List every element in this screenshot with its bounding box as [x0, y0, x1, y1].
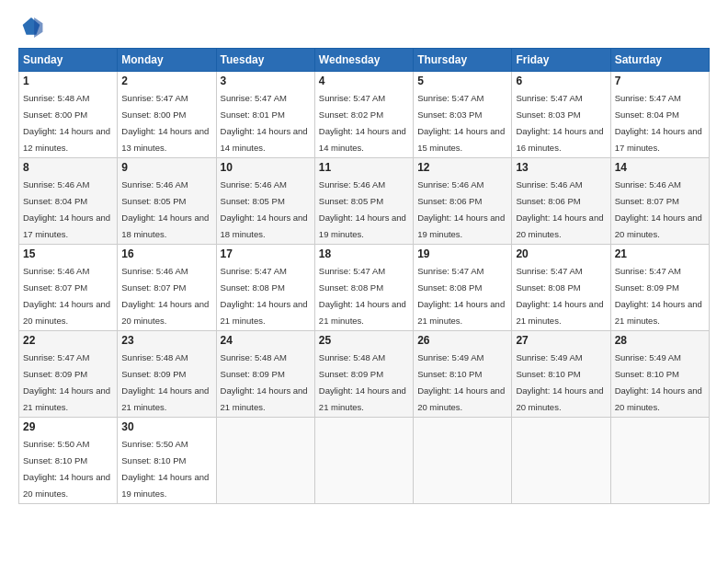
- day-number: 6: [516, 75, 606, 87]
- day-number: 2: [121, 75, 211, 87]
- day-info: Sunrise: 5:47 AMSunset: 8:08 PMDaylight:…: [319, 266, 406, 326]
- day-info: Sunrise: 5:47 AMSunset: 8:03 PMDaylight:…: [516, 93, 603, 153]
- day-info: Sunrise: 5:48 AMSunset: 8:09 PMDaylight:…: [221, 352, 308, 412]
- day-number: 10: [221, 161, 311, 174]
- calendar-cell: 7 Sunrise: 5:47 AMSunset: 8:04 PMDayligh…: [610, 72, 709, 158]
- day-number: 27: [516, 334, 606, 347]
- calendar-header-saturday: Saturday: [610, 49, 709, 72]
- day-info: Sunrise: 5:46 AMSunset: 8:06 PMDaylight:…: [516, 179, 603, 239]
- day-number: 5: [417, 75, 507, 87]
- day-info: Sunrise: 5:46 AMSunset: 8:05 PMDaylight:…: [319, 179, 406, 239]
- logo: [18, 15, 48, 40]
- calendar-header-monday: Monday: [118, 49, 216, 72]
- calendar-cell: 11 Sunrise: 5:46 AMSunset: 8:05 PMDaylig…: [314, 158, 413, 245]
- calendar-cell: [512, 418, 610, 504]
- day-info: Sunrise: 5:47 AMSunset: 8:08 PMDaylight:…: [417, 266, 505, 326]
- page: SundayMondayTuesdayWednesdayThursdayFrid…: [0, 0, 728, 563]
- calendar-week-row: 29 Sunrise: 5:50 AMSunset: 8:10 PMDaylig…: [19, 418, 710, 504]
- calendar-cell: 5 Sunrise: 5:47 AMSunset: 8:03 PMDayligh…: [414, 72, 512, 158]
- calendar-cell: 18 Sunrise: 5:47 AMSunset: 8:08 PMDaylig…: [314, 245, 413, 331]
- day-number: 24: [221, 334, 311, 347]
- calendar-header-tuesday: Tuesday: [216, 49, 314, 72]
- calendar-header-thursday: Thursday: [414, 49, 512, 72]
- day-number: 21: [615, 247, 705, 260]
- calendar-cell: 17 Sunrise: 5:47 AMSunset: 8:08 PMDaylig…: [216, 245, 314, 331]
- calendar-header-sunday: Sunday: [19, 49, 118, 72]
- header: [18, 15, 710, 40]
- day-number: 13: [516, 161, 606, 174]
- day-info: Sunrise: 5:48 AMSunset: 8:09 PMDaylight:…: [319, 352, 406, 412]
- calendar-cell: 6 Sunrise: 5:47 AMSunset: 8:03 PMDayligh…: [512, 72, 610, 158]
- day-info: Sunrise: 5:47 AMSunset: 8:08 PMDaylight:…: [516, 266, 603, 326]
- calendar-cell: 2 Sunrise: 5:47 AMSunset: 8:00 PMDayligh…: [118, 72, 216, 158]
- calendar-cell: 15 Sunrise: 5:46 AMSunset: 8:07 PMDaylig…: [19, 245, 118, 331]
- calendar-cell: 24 Sunrise: 5:48 AMSunset: 8:09 PMDaylig…: [216, 331, 314, 418]
- day-info: Sunrise: 5:49 AMSunset: 8:10 PMDaylight:…: [516, 352, 603, 412]
- calendar-cell: 19 Sunrise: 5:47 AMSunset: 8:08 PMDaylig…: [414, 245, 512, 331]
- day-number: 19: [417, 247, 507, 260]
- day-info: Sunrise: 5:48 AMSunset: 8:09 PMDaylight:…: [121, 352, 209, 412]
- calendar-cell: 8 Sunrise: 5:46 AMSunset: 8:04 PMDayligh…: [19, 158, 118, 245]
- day-number: 14: [615, 161, 705, 174]
- logo-icon: [18, 15, 44, 40]
- day-number: 1: [23, 75, 113, 87]
- day-info: Sunrise: 5:47 AMSunset: 8:08 PMDaylight:…: [221, 266, 308, 326]
- calendar-header-friday: Friday: [512, 49, 610, 72]
- calendar-week-row: 15 Sunrise: 5:46 AMSunset: 8:07 PMDaylig…: [19, 245, 710, 331]
- day-info: Sunrise: 5:47 AMSunset: 8:00 PMDaylight:…: [121, 93, 209, 153]
- calendar-cell: 25 Sunrise: 5:48 AMSunset: 8:09 PMDaylig…: [314, 331, 413, 418]
- day-info: Sunrise: 5:47 AMSunset: 8:01 PMDaylight:…: [221, 93, 308, 153]
- calendar-cell: 22 Sunrise: 5:47 AMSunset: 8:09 PMDaylig…: [19, 331, 118, 418]
- calendar-cell: 9 Sunrise: 5:46 AMSunset: 8:05 PMDayligh…: [118, 158, 216, 245]
- calendar-week-row: 8 Sunrise: 5:46 AMSunset: 8:04 PMDayligh…: [19, 158, 710, 245]
- day-info: Sunrise: 5:50 AMSunset: 8:10 PMDaylight:…: [23, 439, 110, 499]
- calendar-cell: 29 Sunrise: 5:50 AMSunset: 8:10 PMDaylig…: [19, 418, 118, 504]
- calendar-cell: 3 Sunrise: 5:47 AMSunset: 8:01 PMDayligh…: [216, 72, 314, 158]
- calendar-cell: 27 Sunrise: 5:49 AMSunset: 8:10 PMDaylig…: [512, 331, 610, 418]
- calendar-cell: 16 Sunrise: 5:46 AMSunset: 8:07 PMDaylig…: [118, 245, 216, 331]
- calendar-cell: 14 Sunrise: 5:46 AMSunset: 8:07 PMDaylig…: [610, 158, 709, 245]
- day-info: Sunrise: 5:46 AMSunset: 8:06 PMDaylight:…: [417, 179, 505, 239]
- day-info: Sunrise: 5:49 AMSunset: 8:10 PMDaylight:…: [615, 352, 702, 412]
- calendar-cell: 21 Sunrise: 5:47 AMSunset: 8:09 PMDaylig…: [610, 245, 709, 331]
- calendar-cell: [610, 418, 709, 504]
- calendar-cell: 23 Sunrise: 5:48 AMSunset: 8:09 PMDaylig…: [118, 331, 216, 418]
- calendar-cell: [314, 418, 413, 504]
- day-info: Sunrise: 5:46 AMSunset: 8:07 PMDaylight:…: [121, 266, 209, 326]
- day-number: 15: [23, 247, 113, 260]
- day-number: 3: [221, 75, 311, 87]
- day-number: 12: [417, 161, 507, 174]
- calendar-header-row: SundayMondayTuesdayWednesdayThursdayFrid…: [19, 49, 710, 72]
- calendar-cell: 26 Sunrise: 5:49 AMSunset: 8:10 PMDaylig…: [414, 331, 512, 418]
- day-number: 20: [516, 247, 606, 260]
- day-info: Sunrise: 5:49 AMSunset: 8:10 PMDaylight:…: [417, 352, 505, 412]
- calendar-cell: 10 Sunrise: 5:46 AMSunset: 8:05 PMDaylig…: [216, 158, 314, 245]
- day-info: Sunrise: 5:46 AMSunset: 8:05 PMDaylight:…: [221, 179, 308, 239]
- day-number: 8: [23, 161, 113, 174]
- day-info: Sunrise: 5:50 AMSunset: 8:10 PMDaylight:…: [121, 439, 209, 499]
- day-number: 9: [121, 161, 211, 174]
- day-number: 25: [319, 334, 409, 347]
- calendar-cell: 30 Sunrise: 5:50 AMSunset: 8:10 PMDaylig…: [118, 418, 216, 504]
- calendar-cell: 20 Sunrise: 5:47 AMSunset: 8:08 PMDaylig…: [512, 245, 610, 331]
- calendar-cell: [414, 418, 512, 504]
- day-info: Sunrise: 5:47 AMSunset: 8:02 PMDaylight:…: [319, 93, 406, 153]
- day-info: Sunrise: 5:48 AMSunset: 8:00 PMDaylight:…: [23, 93, 110, 153]
- calendar-week-row: 1 Sunrise: 5:48 AMSunset: 8:00 PMDayligh…: [19, 72, 710, 158]
- day-info: Sunrise: 5:47 AMSunset: 8:09 PMDaylight:…: [23, 352, 110, 412]
- day-info: Sunrise: 5:46 AMSunset: 8:07 PMDaylight:…: [615, 179, 702, 239]
- day-number: 30: [121, 420, 211, 433]
- calendar-cell: 12 Sunrise: 5:46 AMSunset: 8:06 PMDaylig…: [414, 158, 512, 245]
- svg-marker-1: [34, 17, 42, 38]
- calendar-cell: 1 Sunrise: 5:48 AMSunset: 8:00 PMDayligh…: [19, 72, 118, 158]
- day-number: 29: [23, 420, 113, 433]
- calendar-cell: 4 Sunrise: 5:47 AMSunset: 8:02 PMDayligh…: [314, 72, 413, 158]
- day-info: Sunrise: 5:47 AMSunset: 8:09 PMDaylight:…: [615, 266, 702, 326]
- day-info: Sunrise: 5:46 AMSunset: 8:05 PMDaylight:…: [121, 179, 209, 239]
- day-number: 16: [121, 247, 211, 260]
- day-number: 22: [23, 334, 113, 347]
- day-info: Sunrise: 5:47 AMSunset: 8:03 PMDaylight:…: [417, 93, 505, 153]
- calendar-table: SundayMondayTuesdayWednesdayThursdayFrid…: [18, 48, 710, 504]
- day-number: 18: [319, 247, 409, 260]
- day-number: 26: [417, 334, 507, 347]
